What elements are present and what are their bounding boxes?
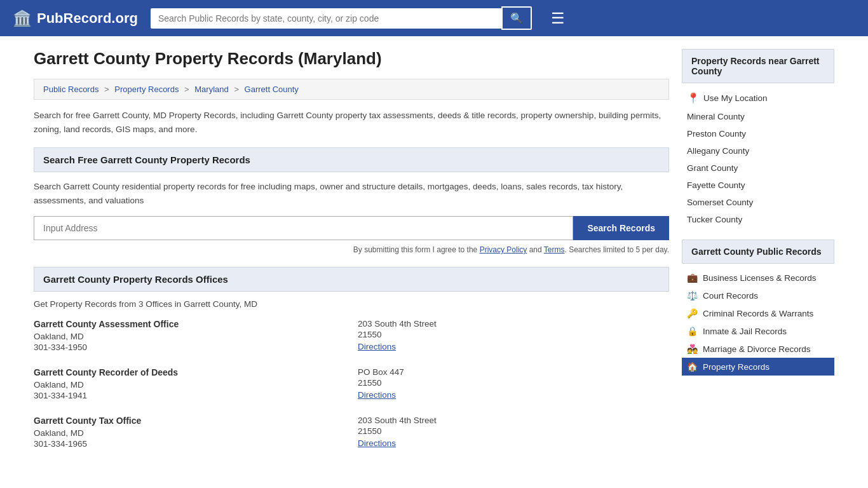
breadcrumb-sep1: > [104, 85, 111, 94]
main-container: Garrett County Property Records (Marylan… [21, 36, 847, 477]
office-phone: 301-334-1941 [34, 391, 345, 400]
offices-section-header: Garrett County Property Records Offices [34, 267, 669, 292]
intro-text: Search for free Garrett County, MD Prope… [34, 109, 669, 136]
address-input[interactable] [34, 216, 573, 240]
header-search-bar: 🔍 [151, 6, 532, 30]
sidebar-public-record-item[interactable]: 🏠 Property Records [682, 358, 834, 376]
office-row: Garrett County Recorder of Deeds Oakland… [34, 367, 669, 400]
directions-link[interactable]: Directions [358, 342, 396, 351]
location-pin-icon: 📍 [687, 92, 700, 104]
record-link[interactable]: Business Licenses & Records [703, 273, 817, 283]
office-name: Garrett County Tax Office [34, 416, 345, 426]
privacy-policy-link[interactable]: Privacy Policy [480, 245, 527, 254]
record-link[interactable]: Property Records [703, 362, 770, 372]
office-phone: 301-334-1965 [34, 439, 345, 449]
office-street: 203 South 4th Street [358, 416, 669, 425]
offices-intro: Get Property Records from 3 Offices in G… [34, 299, 669, 309]
office-row: Garrett County Tax Office Oakland, MD 30… [34, 416, 669, 449]
office-row: Garrett County Assessment Office Oakland… [34, 319, 669, 352]
sidebar: Property Records near Garrett County 📍 U… [682, 49, 834, 464]
breadcrumb-sep3: > [234, 85, 241, 94]
logo-text: PubRecord.org [37, 10, 138, 27]
directions-link[interactable]: Directions [358, 438, 396, 448]
breadcrumb-sep2: > [184, 85, 191, 94]
and-text: and [527, 245, 543, 254]
office-zip: 21550 [358, 330, 669, 339]
office-street: 203 South 4th Street [358, 319, 669, 329]
office-info: Garrett County Tax Office Oakland, MD 30… [34, 416, 345, 449]
use-location-label: Use My Location [703, 93, 768, 103]
search-description: Search Garrett County residential proper… [34, 180, 669, 207]
page-title: Garrett County Property Records (Marylan… [34, 49, 669, 69]
breadcrumb: Public Records > Property Records > Mary… [34, 79, 669, 100]
sidebar-nearby-county[interactable]: Preston County [682, 125, 834, 142]
record-icon: 🏠 [687, 362, 698, 372]
disclaimer-text: By submitting this form I agree to the [353, 245, 480, 254]
sidebar-public-record-item[interactable]: 💑 Marriage & Divorce Records [682, 340, 834, 358]
address-form: Search Records [34, 216, 669, 240]
breadcrumb-property-records[interactable]: Property Records [114, 85, 179, 94]
terms-link[interactable]: Terms [544, 245, 565, 254]
directions-link[interactable]: Directions [358, 390, 396, 400]
nearby-counties-list: Mineral CountyPreston CountyAllegany Cou… [682, 108, 834, 228]
office-name: Garrett County Recorder of Deeds [34, 367, 345, 377]
sidebar-nearby-county[interactable]: Tucker County [682, 211, 834, 228]
sidebar-nearby-county[interactable]: Fayette County [682, 177, 834, 194]
nearby-section-header: Property Records near Garrett County [682, 49, 834, 83]
office-address-block: 203 South 4th Street 21550 Directions [358, 319, 669, 352]
public-records-section-header: Garrett County Public Records [682, 240, 834, 264]
sidebar-nearby-county[interactable]: Allegany County [682, 142, 834, 159]
sidebar-nearby-county[interactable]: Somerset County [682, 194, 834, 211]
office-city: Oakland, MD [34, 428, 345, 438]
use-location-button[interactable]: 📍 Use My Location [682, 88, 834, 108]
office-zip: 21550 [358, 426, 669, 436]
sidebar-public-record-item[interactable]: ⚖️ Court Records [682, 287, 834, 304]
record-icon: 💑 [687, 344, 698, 354]
header-search-button[interactable]: 🔍 [501, 6, 532, 30]
office-name: Garrett County Assessment Office [34, 319, 345, 329]
record-icon: 🔒 [687, 326, 698, 336]
logo-icon: 🏛️ [13, 10, 32, 27]
office-address-block: 203 South 4th Street 21550 Directions [358, 416, 669, 449]
offices-container: Garrett County Assessment Office Oakland… [34, 319, 669, 449]
sidebar-nearby-county[interactable]: Mineral County [682, 108, 834, 125]
office-city: Oakland, MD [34, 380, 345, 390]
office-address-block: PO Box 447 21550 Directions [358, 367, 669, 400]
record-link[interactable]: Marriage & Divorce Records [703, 344, 811, 354]
sidebar-public-record-item[interactable]: 💼 Business Licenses & Records [682, 269, 834, 287]
sidebar-public-record-item[interactable]: 🔒 Inmate & Jail Records [682, 322, 834, 340]
logo[interactable]: 🏛️ PubRecord.org [13, 10, 138, 27]
sidebar-public-record-item[interactable]: 🔑 Criminal Records & Warrants [682, 304, 834, 322]
content-area: Garrett County Property Records (Marylan… [34, 49, 669, 464]
record-link[interactable]: Inmate & Jail Records [703, 327, 787, 336]
record-icon: ⚖️ [687, 290, 698, 301]
record-link[interactable]: Court Records [703, 291, 758, 301]
office-city: Oakland, MD [34, 332, 345, 341]
search-records-button[interactable]: Search Records [573, 216, 669, 240]
sidebar-nearby-county[interactable]: Grant County [682, 159, 834, 177]
form-disclaimer: By submitting this form I agree to the P… [34, 245, 669, 254]
record-icon: 🔑 [687, 308, 698, 318]
disclaimer-end: . Searches limited to 5 per day. [564, 245, 669, 254]
breadcrumb-public-records[interactable]: Public Records [43, 85, 98, 94]
header-search-input[interactable] [151, 8, 501, 29]
hamburger-menu-button[interactable]: ☰ [551, 10, 565, 27]
breadcrumb-maryland[interactable]: Maryland [194, 85, 228, 94]
header: 🏛️ PubRecord.org 🔍 ☰ [0, 0, 868, 36]
record-link[interactable]: Criminal Records & Warrants [703, 309, 813, 318]
office-street: PO Box 447 [358, 367, 669, 377]
record-icon: 💼 [687, 273, 698, 283]
office-info: Garrett County Recorder of Deeds Oakland… [34, 367, 345, 400]
search-section-header: Search Free Garrett County Property Reco… [34, 147, 669, 172]
public-records-list: 💼 Business Licenses & Records ⚖️ Court R… [682, 269, 834, 376]
breadcrumb-garrett-county[interactable]: Garrett County [245, 85, 299, 94]
office-zip: 21550 [358, 378, 669, 388]
office-info: Garrett County Assessment Office Oakland… [34, 319, 345, 352]
office-phone: 301-334-1950 [34, 342, 345, 352]
